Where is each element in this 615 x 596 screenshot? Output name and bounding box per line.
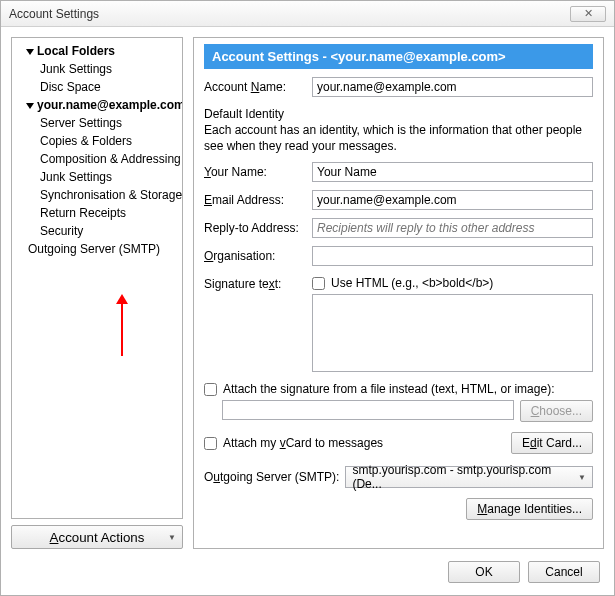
attach-file-checkbox-row[interactable]: Attach the signature from a file instead… [204,382,593,396]
signature-row: Signature text: Use HTML (e.g., <b>bold<… [204,276,593,372]
tree-junk-settings-1[interactable]: Junk Settings [12,60,182,78]
vcard-checkbox-row[interactable]: Attach my vCard to messages [204,436,383,450]
use-html-checkbox-row[interactable]: Use HTML (e.g., <b>bold</b>) [312,276,593,290]
tree-junk-settings-2[interactable]: Junk Settings [12,168,182,186]
use-html-checkbox[interactable] [312,277,325,290]
attach-file-checkbox[interactable] [204,383,217,396]
tree-disc-space[interactable]: Disc Space [12,78,182,96]
use-html-label: Use HTML (e.g., <b>bold</b>) [331,276,493,290]
vcard-row: Attach my vCard to messages Edit Card... [204,432,593,454]
tree-security[interactable]: Security [12,222,182,240]
email-input[interactable] [312,190,593,210]
tree-server-settings[interactable]: Server Settings [12,114,182,132]
panel-title: Account Settings - <your.name@example.co… [204,44,593,69]
body: Local Folders Junk Settings Disc Space y… [1,27,614,549]
email-row: Email Address: [204,190,593,210]
close-icon: ✕ [584,7,593,20]
dialog-footer: OK Cancel [1,549,614,595]
left-column: Local Folders Junk Settings Disc Space y… [11,37,183,549]
email-label: Email Address: [204,193,312,207]
file-path-input[interactable] [222,400,514,420]
organisation-label: Organisation: [204,249,312,263]
default-identity-title: Default Identity [204,107,593,121]
annotation-arrow [116,294,128,356]
tree-sync-storage[interactable]: Synchronisation & Storage [12,186,182,204]
tree-local-folders[interactable]: Local Folders [12,42,182,60]
manage-identities-button[interactable]: Manage Identities... [466,498,593,520]
smtp-label: Outgoing Server (SMTP): [204,470,339,484]
replyto-input[interactable] [312,218,593,238]
your-name-label: Your Name: [204,165,312,179]
window-title: Account Settings [9,7,99,21]
account-name-row: Account Name: [204,77,593,97]
account-tree: Local Folders Junk Settings Disc Space y… [11,37,183,519]
signature-label: Signature text: [204,276,312,372]
settings-panel: Account Settings - <your.name@example.co… [193,37,604,549]
tree-return-receipts[interactable]: Return Receipts [12,204,182,222]
tree-copies-folders[interactable]: Copies & Folders [12,132,182,150]
vcard-label: Attach my vCard to messages [223,436,383,450]
chevron-down-icon: ▼ [168,533,176,542]
titlebar: Account Settings ✕ [1,1,614,27]
account-actions-button[interactable]: AAccount Actionsccount Actions ▼ [11,525,183,549]
ok-button[interactable]: OK [448,561,520,583]
chevron-down-icon [26,49,34,55]
identity-description: Each account has an identity, which is t… [204,123,593,154]
organisation-row: Organisation: [204,246,593,266]
account-name-input[interactable] [312,77,593,97]
replyto-label: Reply-to Address: [204,221,312,235]
choose-button[interactable]: Choose... [520,400,593,422]
your-name-row: Your Name: [204,162,593,182]
attach-file-label: Attach the signature from a file instead… [223,382,554,396]
tree-composition-addressing[interactable]: Composition & Addressing [12,150,182,168]
smtp-row: Outgoing Server (SMTP): smtp.yourisp.com… [204,466,593,488]
your-name-input[interactable] [312,162,593,182]
attach-file-section: Attach the signature from a file instead… [204,382,593,422]
close-button[interactable]: ✕ [570,6,606,22]
edit-card-button[interactable]: Edit Card... [511,432,593,454]
organisation-input[interactable] [312,246,593,266]
chevron-down-icon [26,103,34,109]
chevron-down-icon: ▼ [578,473,586,482]
manage-identities-row: Manage Identities... [204,498,593,520]
vcard-checkbox[interactable] [204,437,217,450]
window: Account Settings ✕ Local Folders Junk Se… [0,0,615,596]
smtp-select[interactable]: smtp.yourisp.com - smtp.yourisp.com (De.… [345,466,593,488]
file-chooser-row: Choose... [222,400,593,422]
smtp-selected-value: smtp.yourisp.com - smtp.yourisp.com (De.… [352,463,578,491]
tree-outgoing-smtp[interactable]: Outgoing Server (SMTP) [12,240,182,258]
replyto-row: Reply-to Address: [204,218,593,238]
account-name-label: Account Name: [204,80,312,94]
cancel-button[interactable]: Cancel [528,561,600,583]
tree-account[interactable]: your.name@example.com [12,96,182,114]
signature-textarea[interactable] [312,294,593,372]
